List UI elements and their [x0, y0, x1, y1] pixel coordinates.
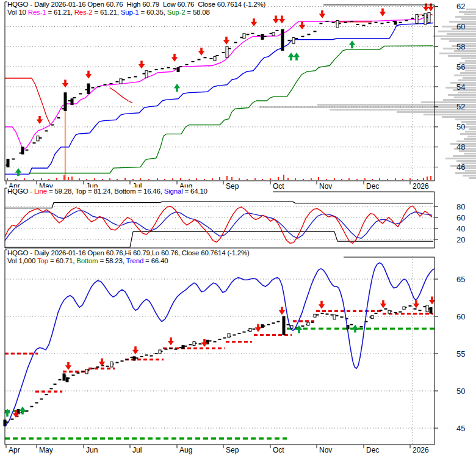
svg-text:May: May	[39, 446, 53, 454]
panel2-plot[interactable]	[5, 202, 435, 247]
panel1-sell-arrows	[37, 4, 434, 124]
svg-text:Oct: Oct	[273, 182, 284, 191]
svg-text:Dec: Dec	[366, 446, 379, 454]
header-segment: Vol 1,000	[7, 257, 37, 264]
svg-text:Oct: Oct	[273, 446, 284, 454]
header-segment: = 60.71,	[48, 257, 76, 264]
header-segment: = 61.21,	[92, 9, 120, 16]
header-segment: HQGO -	[7, 187, 34, 195]
header-segment: = 58.23,	[98, 257, 126, 264]
header-segment: Bottom	[76, 257, 98, 264]
header-segment: Vol 10	[7, 9, 28, 16]
panel3-y-axis: 4550556065	[435, 275, 465, 433]
svg-text:60: 60	[456, 213, 465, 222]
svg-text:Aug: Aug	[179, 446, 192, 454]
panel3-plot[interactable]	[4, 257, 435, 445]
panel3-x-axis: AprMayJunJulAugSepOctNovDec2026	[6, 445, 429, 455]
panel2-y-axis: 20406080	[435, 202, 465, 244]
svg-text:80: 80	[456, 202, 465, 211]
header-segment: Trend	[126, 257, 144, 264]
header-segment: Line	[34, 187, 47, 195]
panel3-header-line1[interactable]: HQGO - Daily 2026-01-16 Open 60.76,Hi 60…	[7, 249, 251, 257]
panel3-buy-arrows	[4, 324, 358, 417]
panel1-header-line1[interactable]: HQGO - Daily 2026-01-16 Open 60.76 High …	[7, 1, 267, 9]
panel2-header-line1[interactable]: HQGO - Line = 59.28, Top = 81.24, Bottom…	[7, 187, 209, 195]
svg-text:50: 50	[456, 387, 465, 396]
panel3-sell-arrows	[13, 297, 435, 418]
svg-text:Jun: Jun	[86, 446, 98, 454]
svg-text:46: 46	[456, 162, 465, 172]
svg-text:45: 45	[456, 424, 465, 433]
svg-text:2026: 2026	[413, 446, 429, 454]
header-segment: Sup-2	[167, 9, 186, 16]
panel1-plot[interactable]	[5, 6, 435, 181]
header-segment: = 58.08	[185, 9, 209, 16]
header-segment: = 60.35,	[139, 9, 167, 16]
svg-text:60: 60	[456, 22, 465, 31]
svg-text:20: 20	[456, 235, 465, 244]
header-segment: Res-1	[28, 9, 46, 16]
panel1-header-line2[interactable]: Vol 10 Res-1 = 61.21, Res-2 = 61.21, Sup…	[7, 9, 212, 16]
header-segment: = 61.21,	[46, 9, 74, 16]
svg-text:Sep: Sep	[226, 446, 239, 454]
header-segment: Res-2	[74, 9, 93, 16]
panel1-volume-ticks	[7, 175, 431, 180]
svg-text:48: 48	[456, 142, 465, 151]
header-segment: Signal	[164, 187, 183, 195]
svg-text:65: 65	[456, 275, 465, 284]
header-segment: = 59.28, Top = 81.24, Bottom = 16.46,	[47, 187, 164, 195]
svg-text:2026: 2026	[413, 182, 429, 191]
svg-text:Dec: Dec	[366, 182, 379, 191]
svg-text:62: 62	[456, 2, 465, 11]
svg-text:54: 54	[456, 82, 465, 92]
svg-text:56: 56	[456, 62, 465, 71]
panel3-header-line2[interactable]: Vol 1,000 Top = 60.71, Bottom = 58.23, T…	[7, 257, 170, 265]
panel1-frame	[5, 2, 435, 181]
svg-text:60: 60	[456, 312, 465, 321]
svg-text:Nov: Nov	[319, 182, 332, 191]
svg-text:Nov: Nov	[319, 446, 332, 454]
header-segment: = 66.40	[143, 257, 168, 264]
svg-text:50: 50	[456, 122, 465, 131]
svg-text:52: 52	[456, 102, 465, 111]
svg-text:40: 40	[456, 224, 465, 233]
svg-text:Jul: Jul	[132, 446, 142, 454]
svg-text:Apr: Apr	[9, 446, 20, 454]
panel1-volume-profile	[259, 9, 476, 179]
svg-text:Sep: Sep	[226, 182, 239, 191]
svg-text:58: 58	[456, 42, 465, 51]
charts-canvas[interactable]: 464850525456586062AprMayJunJulAugSepOctN…	[0, 0, 476, 455]
header-segment: Sup-1	[121, 9, 139, 16]
svg-text:55: 55	[456, 349, 465, 359]
header-segment: = 64.10	[183, 187, 207, 195]
header-segment: Top	[37, 257, 48, 264]
charting-app-window: 464850525456586062AprMayJunJulAugSepOctN…	[0, 0, 476, 455]
